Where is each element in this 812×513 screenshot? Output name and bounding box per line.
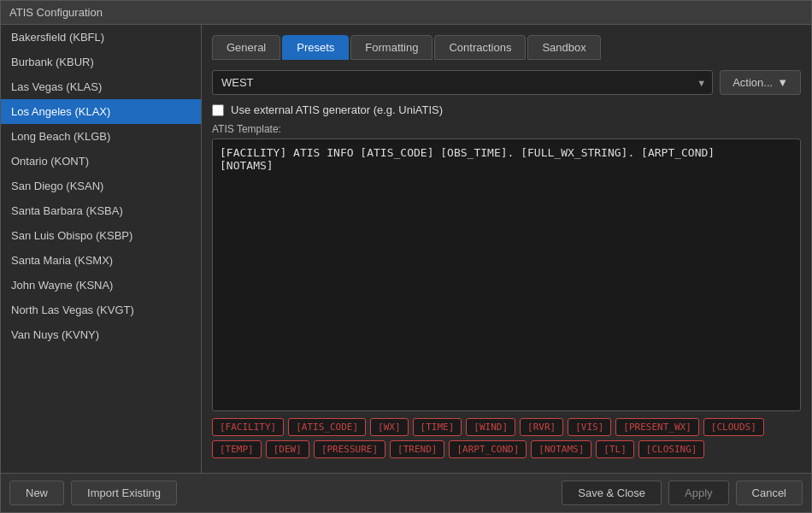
tag-button[interactable]: [TREND] <box>390 440 444 458</box>
tag-button[interactable]: [ATIS_CODE] <box>288 418 366 436</box>
tabs-bar: GeneralPresetsFormattingContractionsSand… <box>212 35 801 60</box>
tags-section: [FACILITY][ATIS_CODE][WX][TIME][WIND][RV… <box>212 418 801 463</box>
sidebar-item[interactable]: San Diego (KSAN) <box>1 174 201 198</box>
sidebar: Bakersfield (KBFL)Burbank (KBUR)Las Vega… <box>1 25 202 473</box>
tag-button[interactable]: [PRESSURE] <box>314 440 385 458</box>
tag-button[interactable]: [TL] <box>596 440 634 458</box>
main-panel: GeneralPresetsFormattingContractionsSand… <box>202 25 811 473</box>
tag-button[interactable]: [FACILITY] <box>212 418 284 436</box>
tag-button[interactable]: [DEW] <box>266 440 309 458</box>
tag-button[interactable]: [WIND] <box>466 418 515 436</box>
title-bar: ATIS Configuration <box>1 1 811 25</box>
sidebar-item[interactable]: San Luis Obispo (KSBP) <box>1 223 201 248</box>
sidebar-item[interactable]: John Wayne (KSNA) <box>1 273 201 298</box>
bottom-right: Save & Close Apply Cancel <box>562 481 803 505</box>
sidebar-item[interactable]: Santa Barbara (KSBA) <box>1 198 201 223</box>
external-generator-row: Use external ATIS generator (e.g. UniATI… <box>212 103 801 116</box>
tab-contractions[interactable]: Contractions <box>434 35 526 60</box>
apply-button[interactable]: Apply <box>668 481 729 505</box>
sidebar-item[interactable]: Van Nuys (KVNY) <box>1 322 201 347</box>
content-area: Bakersfield (KBFL)Burbank (KBUR)Las Vega… <box>1 25 811 473</box>
window-title: ATIS Configuration <box>9 6 103 19</box>
external-generator-checkbox[interactable] <box>212 104 224 116</box>
sidebar-item[interactable]: Los Angeles (KLAX) <box>1 99 201 124</box>
sidebar-item[interactable]: Las Vegas (KLAS) <box>1 74 201 99</box>
sidebar-item[interactable]: Burbank (KBUR) <box>1 50 201 74</box>
new-button[interactable]: New <box>9 481 64 505</box>
atis-configuration-window: ATIS Configuration Bakersfield (KBFL)Bur… <box>0 0 812 513</box>
external-generator-label: Use external ATIS generator (e.g. UniATI… <box>231 103 443 116</box>
tag-button[interactable]: [RVR] <box>520 418 563 436</box>
tab-general[interactable]: General <box>212 35 280 60</box>
tag-button[interactable]: [NOTAMS] <box>531 440 591 458</box>
tags-row-2: [TEMP][DEW][PRESSURE][TREND][ARPT_COND][… <box>212 440 801 458</box>
cancel-button[interactable]: Cancel <box>736 481 803 505</box>
preset-select[interactable]: WEST <box>212 70 713 95</box>
tag-button[interactable]: [CLOSING] <box>638 440 705 458</box>
preset-select-wrapper: WEST ▼ <box>212 70 713 95</box>
tag-button[interactable]: [WX] <box>370 418 409 436</box>
tab-presets[interactable]: Presets <box>282 35 349 60</box>
tag-button[interactable]: [TIME] <box>413 418 462 436</box>
tag-button[interactable]: [CLOUDS] <box>703 418 764 436</box>
tag-button[interactable]: [PRESENT_WX] <box>615 418 698 436</box>
sidebar-item[interactable]: North Las Vegas (KVGT) <box>1 298 201 322</box>
import-existing-button[interactable]: Import Existing <box>71 481 177 505</box>
tab-formatting[interactable]: Formatting <box>350 35 432 60</box>
chevron-down-icon: ▼ <box>777 76 788 89</box>
tab-sandbox[interactable]: Sandbox <box>527 35 600 60</box>
sidebar-item[interactable]: Long Beach (KLGB) <box>1 124 201 149</box>
action-button[interactable]: Action... ▼ <box>720 70 801 95</box>
tag-button[interactable]: [TEMP] <box>212 440 262 458</box>
bottom-left: New Import Existing <box>9 481 177 505</box>
save-close-button[interactable]: Save & Close <box>562 481 662 505</box>
sidebar-item[interactable]: Ontario (KONT) <box>1 149 201 174</box>
tag-button[interactable]: [ARPT_COND] <box>449 440 527 458</box>
sidebar-item[interactable]: Bakersfield (KBFL) <box>1 25 201 50</box>
preset-row: WEST ▼ Action... ▼ <box>212 70 801 95</box>
action-label: Action... <box>733 76 773 89</box>
sidebar-item[interactable]: Santa Maria (KSMX) <box>1 248 201 273</box>
tag-button[interactable]: [VIS] <box>568 418 611 436</box>
bottom-bar: New Import Existing Save & Close Apply C… <box>1 473 811 512</box>
template-label: ATIS Template: <box>212 123 801 135</box>
tags-row-1: [FACILITY][ATIS_CODE][WX][TIME][WIND][RV… <box>212 418 801 436</box>
template-textarea[interactable] <box>212 139 801 411</box>
